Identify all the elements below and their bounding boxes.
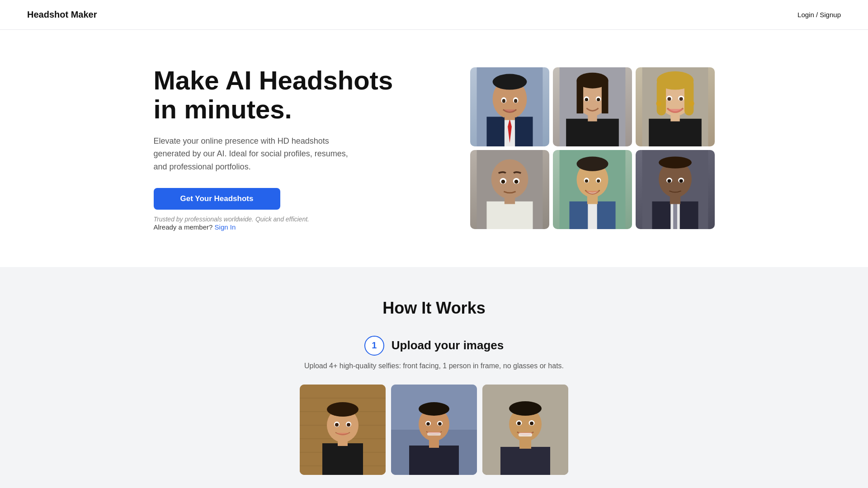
how-it-works-title: How It Works [27,299,841,318]
step-1-description: Upload 4+ high-quality selfies: front fa… [27,362,841,370]
svg-rect-94 [500,447,550,475]
svg-rect-47 [588,202,597,229]
svg-point-6 [492,74,527,90]
svg-rect-58 [673,202,677,229]
headshot-card-5 [553,150,632,229]
already-member-label: Already a member? [154,223,213,231]
upload-photo-1 [300,385,386,475]
step-1-number: 1 [364,336,384,356]
trusted-text: Trusted by professionals worldwide. Quic… [154,216,309,223]
svg-point-97 [509,401,542,416]
svg-point-81 [347,423,350,427]
svg-point-80 [335,423,339,427]
site-logo[interactable]: Headshot Maker [27,9,97,20]
how-it-works-section: How It Works 1 Upload your images Upload… [0,267,868,488]
headshot-card-1 [470,67,549,146]
svg-point-101 [530,422,533,425]
login-signup-link[interactable]: Login / Signup [797,11,841,19]
step-1-header: 1 Upload your images [27,336,841,356]
svg-rect-92 [427,432,441,436]
navbar: Headshot Maker Login / Signup [0,0,868,30]
sign-in-link[interactable]: Sign In [215,223,236,231]
svg-point-32 [689,101,694,107]
svg-rect-102 [519,433,532,436]
svg-point-31 [656,101,661,107]
svg-point-61 [659,157,692,169]
hero-title: Make AI Headshots in minutes. [154,66,416,124]
svg-point-87 [419,402,449,416]
svg-rect-25 [649,119,702,146]
hero-copy: Make AI Headshots in minutes. Elevate yo… [154,66,416,231]
svg-rect-84 [409,446,459,475]
headshot-card-6 [636,150,715,229]
headshot-card-2 [553,67,632,146]
svg-rect-19 [601,81,608,114]
svg-point-77 [327,402,359,417]
svg-point-50 [576,157,608,171]
svg-point-12 [514,99,517,103]
hero-section: Make AI Headshots in minutes. Elevate yo… [0,30,868,267]
svg-point-44 [514,180,518,184]
svg-point-22 [585,98,588,101]
headshot-grid [470,67,715,229]
step-1-label: Upload your images [392,338,504,352]
svg-point-90 [426,422,430,426]
upload-photos-row [27,385,841,475]
svg-rect-74 [322,443,363,475]
member-text: Already a member? Sign In [154,223,416,231]
svg-point-54 [596,179,599,183]
svg-rect-29 [656,80,665,116]
svg-point-11 [502,99,505,103]
headshot-card-3 [636,67,715,146]
svg-point-53 [585,179,588,183]
hero-subtitle: Elevate your online presence with HD hea… [154,135,353,174]
svg-point-65 [679,179,683,183]
headshot-card-4 [470,150,549,229]
svg-point-23 [596,98,599,101]
upload-photo-2 [391,385,477,475]
svg-point-35 [667,97,671,101]
upload-photo-3 [482,385,568,475]
svg-rect-18 [576,81,583,114]
svg-point-43 [501,180,505,184]
get-headshots-button[interactable]: Get Your Headshots [154,188,280,210]
svg-rect-30 [684,80,693,116]
svg-point-64 [667,179,671,183]
svg-point-100 [517,422,521,425]
svg-point-91 [438,422,442,426]
svg-point-36 [679,97,683,101]
svg-rect-14 [566,119,619,146]
svg-rect-38 [486,202,533,229]
